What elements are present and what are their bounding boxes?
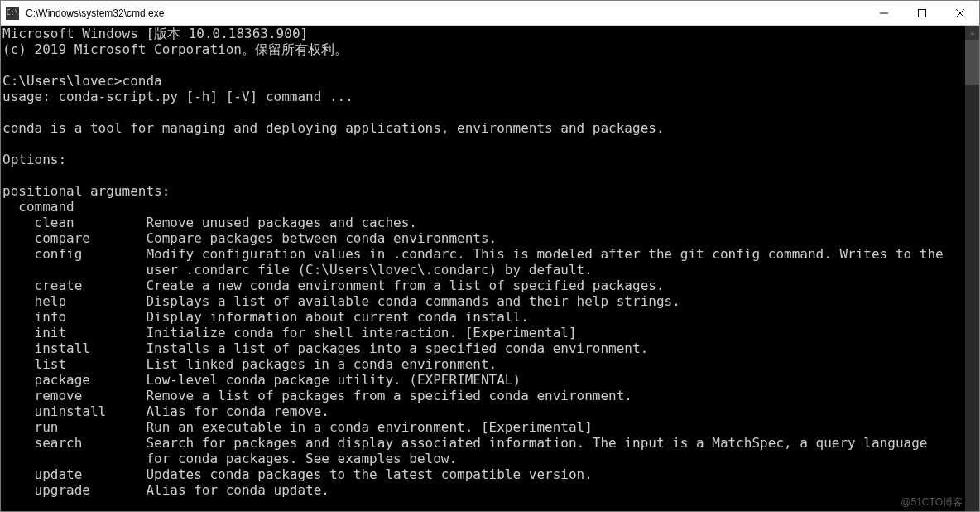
commands-list: clean Remove unused packages and caches.… [2, 215, 965, 498]
svg-rect-1 [919, 9, 926, 17]
scroll-up-button[interactable] [965, 26, 979, 40]
os-banner-line1: Microsoft Windows [版本 10.0.18363.900] [2, 26, 308, 41]
os-banner-line2: (c) 2019 Microsoft Corporation。保留所有权利。 [2, 41, 348, 57]
prompt-command: conda [122, 73, 162, 89]
title-bar[interactable]: C:\ C:\Windows\system32\cmd.exe [1, 1, 979, 26]
pos-args-label: positional arguments: [2, 183, 170, 199]
maximize-button[interactable] [903, 1, 941, 25]
close-button[interactable] [941, 1, 979, 25]
description-line: conda is a tool for managing and deployi… [2, 120, 665, 136]
scrollbar[interactable] [965, 26, 979, 511]
minimize-button[interactable] [865, 1, 903, 25]
scroll-thumb[interactable] [965, 40, 979, 85]
window-title: C:\Windows\system32\cmd.exe [24, 7, 865, 19]
terminal-area: Microsoft Windows [版本 10.0.18363.900] (c… [1, 26, 979, 511]
prompt-path: C:\Users\lovec> [2, 73, 122, 89]
command-label: command [2, 199, 74, 215]
options-label: Options: [2, 152, 66, 167]
usage-line: usage: conda-script.py [-h] [-V] command… [2, 89, 353, 104]
terminal-output[interactable]: Microsoft Windows [版本 10.0.18363.900] (c… [1, 26, 965, 511]
cmd-icon: C:\ [6, 7, 19, 20]
cmd-window: C:\ C:\Windows\system32\cmd.exe Microsof… [0, 0, 980, 512]
window-controls [865, 1, 979, 25]
